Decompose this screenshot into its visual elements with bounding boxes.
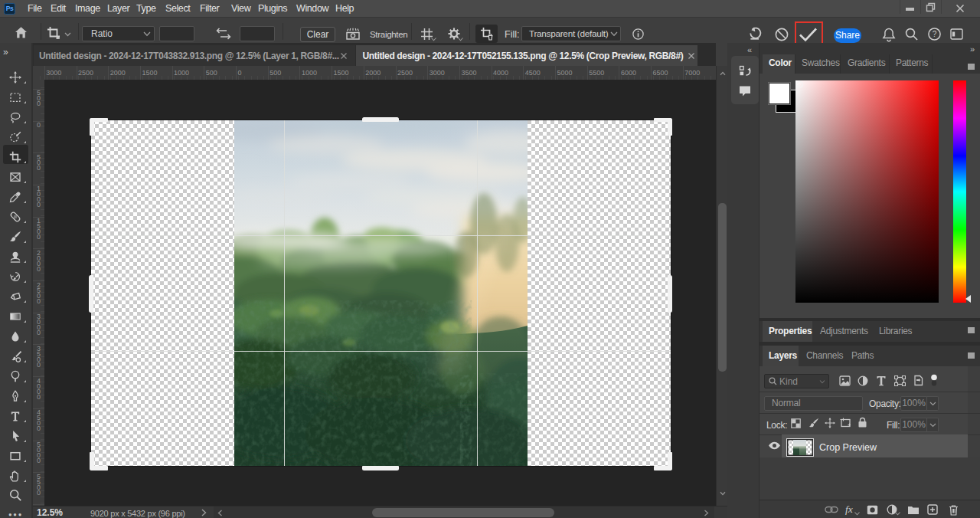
svg-text:?: ? (933, 30, 937, 38)
